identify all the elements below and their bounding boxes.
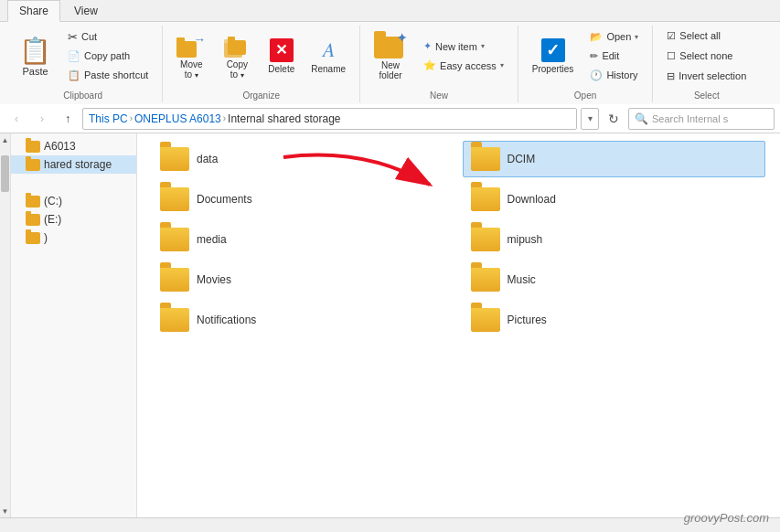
sidebar-folder-icon-shared: [26, 159, 40, 171]
sidebar-item-label: A6013: [44, 140, 76, 153]
file-name: Documents: [197, 193, 252, 206]
scrollbar-up[interactable]: ▲: [0, 133, 11, 146]
breadcrumb-oneplus[interactable]: ONEPLUS A6013: [134, 112, 221, 125]
history-button[interactable]: 🕐 History: [583, 66, 645, 84]
file-item-mipush[interactable]: mipush: [463, 221, 766, 258]
copy-path-button[interactable]: 📄 Copy path: [61, 47, 155, 65]
new-folder-icon: ✦: [374, 31, 407, 59]
breadcrumb-sep-1: ›: [130, 113, 133, 123]
paste-shortcut-button[interactable]: 📋 Paste shortcut: [61, 66, 155, 84]
refresh-button[interactable]: ↻: [603, 108, 625, 130]
back-button[interactable]: ‹: [5, 108, 27, 130]
folder-icon: [471, 187, 500, 211]
paste-button[interactable]: 📋 Paste: [11, 26, 59, 86]
select-all-button[interactable]: ☑ Select all: [660, 27, 753, 45]
main-container: ▲ ▼ A6013 hared storage (C:): [0, 133, 780, 517]
file-item-pictures[interactable]: Pictures: [463, 302, 766, 338]
file-area: dataDCIMDocumentsDownloadmediamipushMovi…: [137, 133, 780, 517]
paste-shortcut-icon: 📋: [68, 69, 80, 81]
file-name: media: [197, 233, 227, 246]
delete-icon: [270, 38, 294, 62]
ribbon-group-new: ✦ Newfolder ✦ New item ▾ ⭐ Easy access ▾: [360, 26, 518, 102]
ribbon-group-select: ☑ Select all ☐ Select none ⊟ Invert sele…: [653, 26, 760, 102]
cut-button[interactable]: ✂ Cut: [61, 27, 155, 46]
ribbon-group-open: Properties 📂 Open ▾ ✏ Edit 🕐 His: [518, 26, 654, 102]
folder-icon: [471, 268, 500, 292]
scrollbar-down[interactable]: ▼: [0, 505, 11, 517]
new-group-label: New: [430, 89, 448, 102]
organize-buttons: → Moveto ▾ Copyto ▾: [170, 26, 352, 86]
forward-button[interactable]: ›: [31, 108, 53, 130]
copy-path-icon: 📄: [68, 50, 80, 62]
sidebar-item-shared-storage[interactable]: hared storage: [11, 155, 136, 174]
new-buttons: ✦ Newfolder ✦ New item ▾ ⭐ Easy access ▾: [368, 26, 510, 86]
select-none-icon: ☐: [667, 50, 676, 62]
clipboard-group-label: Clipboard: [63, 89, 102, 102]
folder-icon: [160, 308, 189, 332]
file-item-documents[interactable]: Documents: [152, 181, 455, 218]
sidebar-item-label: (C:): [44, 195, 62, 207]
sidebar-folder-icon-e: [26, 214, 40, 226]
new-item-button[interactable]: ✦ New item ▾: [417, 37, 510, 56]
delete-label: Delete: [268, 64, 294, 74]
folder-icon: [160, 147, 189, 171]
scrollbar-thumb-area: [0, 146, 10, 505]
up-button[interactable]: ↑: [57, 108, 79, 130]
invert-selection-icon: ⊟: [667, 70, 675, 82]
delete-button[interactable]: Delete: [262, 26, 301, 86]
copy-to-button[interactable]: Copyto ▾: [216, 26, 258, 86]
rename-icon: 𝐴: [323, 38, 335, 62]
sidebar-item-a6013[interactable]: A6013: [11, 137, 136, 155]
open-buttons: Properties 📂 Open ▾ ✏ Edit 🕐 His: [526, 26, 646, 86]
folder-icon: [160, 187, 189, 211]
edit-icon: ✏: [590, 50, 598, 62]
edit-button[interactable]: ✏ Edit: [583, 47, 645, 65]
breadcrumb-bar[interactable]: This PC › ONEPLUS A6013 › Internal share…: [82, 108, 577, 130]
file-name: Notifications: [197, 314, 256, 326]
file-item-dcim[interactable]: DCIM: [463, 141, 766, 177]
properties-button[interactable]: Properties: [526, 26, 581, 86]
properties-label: Properties: [532, 64, 574, 74]
file-item-notifications[interactable]: Notifications: [152, 302, 455, 338]
new-item-icon: ✦: [423, 40, 432, 52]
address-bar: ‹ › ↑ This PC › ONEPLUS A6013 › Internal…: [0, 104, 780, 133]
sidebar-item-e[interactable]: (E:): [11, 210, 136, 229]
clipboard-small-buttons: ✂ Cut 📄 Copy path 📋 Paste shortcut: [61, 26, 155, 86]
breadcrumb-dropdown[interactable]: ▾: [581, 108, 599, 130]
sidebar-item-misc[interactable]: ): [11, 229, 136, 247]
tab-view[interactable]: View: [62, 0, 110, 21]
file-item-movies[interactable]: Movies: [152, 261, 455, 298]
breadcrumb-thispc[interactable]: This PC: [89, 112, 128, 125]
scrollbar-thumb[interactable]: [1, 155, 9, 192]
breadcrumb-storage: Internal shared storage: [228, 112, 340, 125]
file-item-media[interactable]: media: [152, 221, 455, 258]
file-name: DCIM: [508, 153, 536, 165]
new-folder-button[interactable]: ✦ Newfolder: [368, 26, 413, 86]
move-to-button[interactable]: → Moveto ▾: [170, 26, 212, 86]
sidebar-item-c[interactable]: (C:): [11, 192, 136, 210]
clipboard-buttons: 📋 Paste ✂ Cut 📄 Copy path 📋 Paste: [11, 26, 155, 86]
folder-icon: [160, 268, 189, 292]
search-box[interactable]: 🔍 Search Internal s: [628, 108, 775, 130]
open-button[interactable]: 📂 Open ▾: [583, 27, 645, 46]
file-item-music[interactable]: Music: [463, 261, 766, 298]
folder-icon: [471, 147, 500, 171]
rename-button[interactable]: 𝐴 Rename: [305, 26, 352, 86]
file-item-data[interactable]: data: [152, 141, 455, 177]
select-none-button[interactable]: ☐ Select none: [660, 47, 753, 65]
ribbon-content: 📋 Paste ✂ Cut 📄 Copy path 📋 Paste: [0, 22, 780, 104]
new-folder-label: Newfolder: [379, 60, 402, 80]
properties-icon: [541, 38, 565, 62]
sidebar-scrollbar: ▲ ▼: [0, 133, 11, 517]
sidebar-folder-icon-misc: [26, 232, 40, 244]
file-name: Movies: [197, 273, 231, 286]
move-to-icon: →: [176, 32, 206, 58]
folder-icon: [471, 308, 500, 332]
invert-selection-button[interactable]: ⊟ Invert selection: [660, 67, 753, 85]
sidebar-folder-icon-a6013: [26, 141, 40, 153]
file-item-download[interactable]: Download: [463, 181, 766, 218]
tab-share[interactable]: Share: [7, 0, 60, 22]
easy-access-button[interactable]: ⭐ Easy access ▾: [417, 57, 510, 75]
open-icon: 📂: [590, 31, 603, 43]
new-item-dropdown: ▾: [481, 42, 485, 50]
